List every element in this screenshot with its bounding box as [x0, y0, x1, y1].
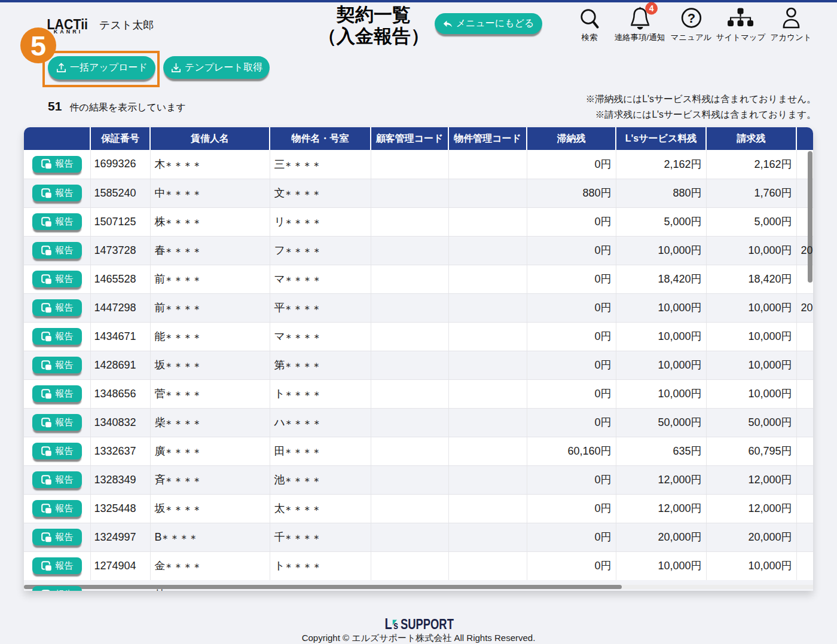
svg-text:?: ?	[687, 11, 695, 26]
svg-text:4: 4	[649, 4, 654, 13]
svg-text:s: s	[393, 619, 398, 631]
svg-text:SUPPORT: SUPPORT	[401, 618, 454, 631]
svg-text:L: L	[385, 618, 392, 631]
